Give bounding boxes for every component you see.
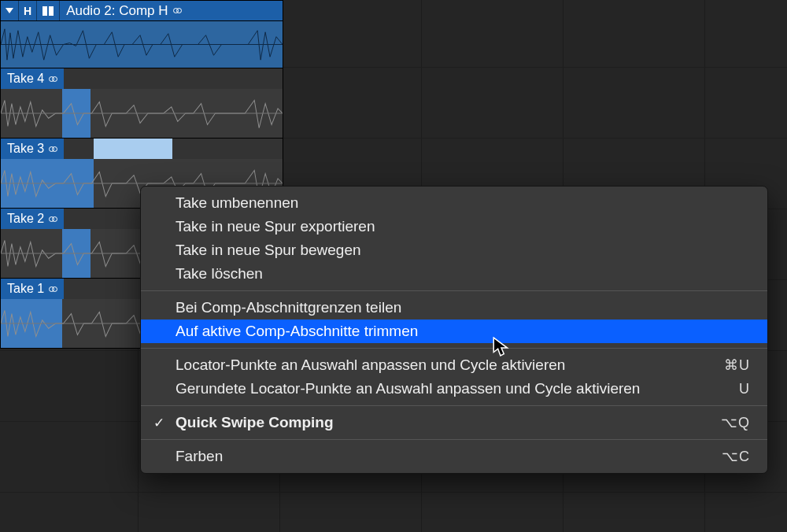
- menu-item-shortcut: U: [739, 381, 750, 397]
- menu-item[interactable]: Farben⌥C: [141, 445, 767, 468]
- menu-item-label: Bei Comp-Abschnittgrenzen teilen: [176, 299, 750, 316]
- menu-item-label: Take in neue Spur bewegen: [176, 242, 750, 259]
- menu-item[interactable]: Gerundete Locator-Punkte an Auswahl anpa…: [141, 377, 767, 401]
- take-light-selection: [94, 139, 172, 159]
- menu-item-label: Auf aktive Comp-Abschnitte trimmen: [176, 323, 750, 340]
- menu-item[interactable]: Take in neue Spur exportieren: [141, 215, 767, 238]
- stereo-icon: [49, 216, 57, 222]
- menu-item-label: Quick Swipe Comping: [176, 414, 721, 431]
- quick-swipe-icon[interactable]: [37, 1, 60, 20]
- menu-separator: [141, 290, 767, 291]
- chevron-down-icon: [6, 8, 13, 13]
- take-row[interactable]: Take 4: [1, 68, 283, 139]
- menu-item[interactable]: Take umbenennen: [141, 191, 767, 215]
- menu-item-label: Take in neue Spur exportieren: [176, 218, 750, 235]
- comp-title-text: Audio 2: Comp H: [66, 3, 168, 19]
- menu-item[interactable]: Auf aktive Comp-Abschnitte trimmen: [141, 320, 767, 343]
- svg-rect-1: [49, 6, 54, 16]
- stereo-icon: [49, 286, 57, 292]
- take-name-text: Take 2: [7, 212, 44, 226]
- take-name[interactable]: Take 1: [1, 279, 64, 299]
- comp-waveform[interactable]: [1, 21, 283, 68]
- stereo-icon: [173, 8, 182, 13]
- disclosure-button[interactable]: [1, 1, 19, 20]
- menu-item-label: Take umbenennen: [176, 194, 750, 212]
- menu-item[interactable]: Take in neue Spur bewegen: [141, 238, 767, 262]
- comp-header[interactable]: H Audio 2: Comp H: [1, 1, 283, 21]
- menu-item-label: Gerundete Locator-Punkte an Auswahl anpa…: [176, 380, 739, 397]
- menu-item[interactable]: Locator-Punkte an Auswahl anpassen und C…: [141, 353, 767, 377]
- comp-letter-button[interactable]: H: [19, 1, 37, 20]
- menu-item-shortcut: ⌥C: [722, 448, 750, 465]
- menu-item-label: Farben: [176, 448, 722, 465]
- svg-rect-0: [42, 6, 47, 16]
- menu-separator: [141, 405, 767, 406]
- stereo-icon: [49, 76, 57, 82]
- menu-separator: [141, 348, 767, 349]
- menu-item-label: Take löschen: [176, 265, 750, 283]
- take-label-bar[interactable]: Take 4: [1, 68, 283, 89]
- menu-item-label: Locator-Punkte an Auswahl anpassen und C…: [176, 357, 724, 374]
- comp-title[interactable]: Audio 2: Comp H: [60, 3, 283, 19]
- stereo-icon: [49, 146, 57, 152]
- menu-separator: [141, 439, 767, 440]
- take-waveform[interactable]: [1, 89, 283, 138]
- menu-item[interactable]: Quick Swipe Comping⌥Q: [141, 411, 767, 434]
- menu-item-shortcut: ⌥Q: [721, 414, 750, 431]
- context-menu[interactable]: Take umbenennenTake in neue Spur exporti…: [140, 186, 768, 474]
- take-name[interactable]: Take 2: [1, 209, 64, 229]
- take-name-text: Take 1: [7, 282, 44, 296]
- menu-item-shortcut: ⌘U: [724, 357, 750, 374]
- take-name[interactable]: Take 4: [1, 68, 64, 89]
- menu-item[interactable]: Take löschen: [141, 262, 767, 286]
- take-name-text: Take 3: [7, 142, 44, 156]
- take-label-bar[interactable]: Take 3: [1, 139, 283, 159]
- take-name[interactable]: Take 3: [1, 139, 64, 159]
- take-name-text: Take 4: [7, 72, 44, 86]
- menu-item[interactable]: Bei Comp-Abschnittgrenzen teilen: [141, 296, 767, 320]
